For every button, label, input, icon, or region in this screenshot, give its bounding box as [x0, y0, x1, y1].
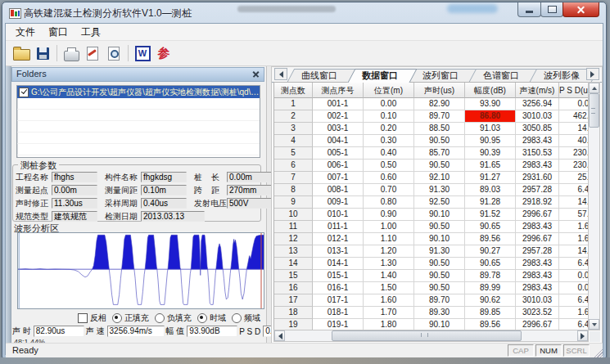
table-cell[interactable]: 2957.28: [516, 184, 559, 196]
table-row[interactable]: 10010-10.9090.1091.522996.6757.6: [274, 209, 588, 221]
table-cell[interactable]: 006-1: [313, 160, 364, 172]
table-cell[interactable]: 91.30: [414, 184, 465, 196]
table-cell[interactable]: 90.50: [414, 270, 465, 282]
row-number-cell[interactable]: 12: [274, 233, 313, 245]
minimize-button[interactable]: [517, 2, 541, 17]
row-number-cell[interactable]: 10: [274, 209, 313, 221]
table-cell[interactable]: 0.50: [364, 160, 414, 172]
table-row[interactable]: 19019-11.8090.1089.562996.676.40: [274, 319, 588, 330]
table-cell[interactable]: 6.40: [559, 294, 589, 307]
table-cell[interactable]: 6.40: [559, 319, 589, 330]
row-number-cell[interactable]: 1: [274, 98, 313, 110]
table-cell[interactable]: 90.50: [414, 160, 465, 172]
table-cell[interactable]: 3050.85: [516, 123, 559, 135]
table-row[interactable]: 3003-10.2088.5091.033050.8514.4: [274, 123, 588, 135]
table-cell[interactable]: 57.6: [559, 209, 589, 221]
table-cell[interactable]: 2996.67: [516, 209, 559, 221]
tab-scroll-right-button[interactable]: [586, 68, 599, 80]
invert-checkbox[interactable]: [78, 313, 88, 323]
table-cell[interactable]: 89.70: [414, 110, 465, 123]
table-cell[interactable]: 1.50: [364, 282, 414, 294]
table-cell[interactable]: 007-1: [313, 172, 364, 184]
row-number-cell[interactable]: 13: [274, 245, 313, 258]
tab-色谱窗口[interactable]: 色谱窗口: [471, 69, 531, 82]
table-cell[interactable]: 90.39: [465, 147, 516, 160]
table-cell[interactable]: 92.50: [414, 196, 465, 209]
table-cell[interactable]: 1.70: [364, 307, 414, 319]
table-cell[interactable]: 89.56: [465, 319, 516, 330]
table-cell[interactable]: 90.50: [414, 221, 465, 233]
table-row[interactable]: 14014-11.3090.5090.652983.436.40: [274, 258, 588, 270]
table-cell[interactable]: 89.99: [465, 282, 516, 294]
maximize-button[interactable]: [540, 2, 563, 17]
table-cell[interactable]: 018-1: [313, 307, 364, 319]
table-cell[interactable]: 90.27: [465, 245, 516, 258]
row-number-cell[interactable]: 11: [274, 221, 313, 233]
table-cell[interactable]: 462.4: [559, 110, 589, 123]
table-cell[interactable]: 91.28: [465, 196, 516, 209]
param-button[interactable]: 参: [153, 43, 174, 64]
scroll-up-button[interactable]: [589, 83, 599, 93]
table-cell[interactable]: 2983.43: [516, 270, 559, 282]
scroll-down-button[interactable]: [589, 319, 599, 330]
table-cell[interactable]: 230.4: [559, 147, 589, 160]
table-cell[interactable]: 2983.43: [516, 160, 559, 172]
row-number-cell[interactable]: 16: [274, 282, 313, 294]
waveform-plot[interactable]: [17, 232, 264, 309]
table-cell[interactable]: 0.90: [364, 209, 414, 221]
table-row[interactable]: 9009-10.8092.5091.282918.9214.4: [274, 196, 588, 209]
table-cell[interactable]: 89.85: [465, 307, 516, 319]
table-cell[interactable]: 015-1: [313, 270, 364, 282]
table-cell[interactable]: 0.80: [364, 196, 414, 209]
row-number-cell[interactable]: 19: [274, 319, 313, 330]
row-number-cell[interactable]: 7: [274, 172, 313, 184]
word-button[interactable]: W: [132, 43, 153, 64]
table-cell[interactable]: 2983.43: [516, 221, 559, 233]
table-cell[interactable]: 3150.53: [516, 147, 559, 160]
row-number-cell[interactable]: 14: [274, 258, 313, 270]
file-checkbox[interactable]: [19, 88, 29, 97]
table-cell[interactable]: 90.10: [414, 319, 465, 330]
table-cell[interactable]: 2957.28: [516, 245, 559, 258]
row-number-cell[interactable]: 2: [274, 110, 313, 123]
table-cell[interactable]: 0.20: [364, 123, 414, 135]
table-cell[interactable]: 1.40: [364, 270, 414, 282]
table-cell[interactable]: 92.10: [414, 172, 465, 184]
table-cell[interactable]: 2996.67: [516, 319, 559, 330]
menu-item-0[interactable]: 文件: [9, 24, 42, 41]
table-cell[interactable]: 91.52: [465, 209, 516, 221]
menu-item-1[interactable]: 窗口: [42, 24, 75, 41]
table-cell[interactable]: 89.03: [465, 184, 516, 196]
table-cell[interactable]: 012-1: [313, 233, 364, 245]
table-row[interactable]: 7007-10.6092.1091.272931.6025.6: [274, 172, 588, 184]
folders-panel-header[interactable]: Folders: [11, 67, 264, 82]
table-cell[interactable]: 90.50: [414, 258, 465, 270]
table-cell[interactable]: 1.60: [559, 307, 589, 319]
row-number-cell[interactable]: 9: [274, 196, 313, 209]
tab-scroll-left-button[interactable]: [274, 68, 287, 80]
table-cell[interactable]: 2996.67: [516, 233, 559, 245]
table-cell[interactable]: 90.10: [414, 233, 465, 245]
dock-grip[interactable]: [6, 66, 11, 343]
table-row[interactable]: 8008-10.7091.3089.032957.286.40: [274, 184, 588, 196]
table-cell[interactable]: 90.65: [465, 221, 516, 233]
table-cell[interactable]: 002-1: [313, 110, 364, 123]
table-cell[interactable]: 90.10: [414, 209, 465, 221]
table-cell[interactable]: 3256.94: [516, 98, 559, 110]
folders-close-button[interactable]: [251, 70, 261, 79]
close-button[interactable]: [563, 2, 599, 17]
table-cell[interactable]: 1.30: [364, 258, 414, 270]
table-row[interactable]: 13013-11.2091.3090.272957.2814.4: [274, 245, 588, 258]
horizontal-scrollbar[interactable]: [273, 330, 589, 342]
table-cell[interactable]: 3010.03: [516, 294, 559, 307]
table-cell[interactable]: 2918.92: [516, 196, 559, 209]
tab-数据窗口[interactable]: 数据窗口: [350, 69, 410, 82]
table-cell[interactable]: 019-1: [313, 319, 364, 330]
table-cell[interactable]: 89.70: [414, 294, 465, 307]
column-header[interactable]: 测点序号: [313, 83, 364, 98]
file-list[interactable]: G:\公司产品设计开发\超声仪器\超声仪实地检测数据\测桩\qd\qd03\qd…: [16, 85, 260, 158]
table-cell[interactable]: 90.50: [414, 282, 465, 294]
domain-mode-radio-0[interactable]: [197, 313, 207, 323]
table-cell[interactable]: 1.80: [364, 319, 414, 330]
column-header[interactable]: 幅度(dB): [465, 83, 516, 98]
